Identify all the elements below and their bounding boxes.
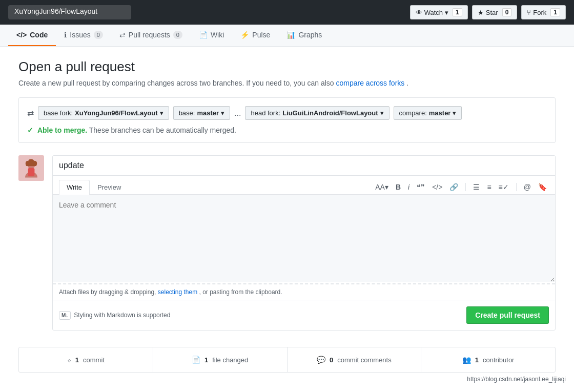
chevron-down-icon: ▾ — [445, 9, 448, 16]
base-branch-chevron: ▾ — [221, 109, 224, 117]
base-fork-label: base fork: — [44, 109, 73, 117]
issues-badge: 0 — [94, 31, 103, 39]
tab-pull-requests[interactable]: ⇄ Pull requests 0 — [111, 25, 191, 46]
compare-ellipsis: ... — [234, 109, 241, 118]
subtitle-static: Create a new pull request by comparing c… — [18, 79, 244, 87]
base-fork-select[interactable]: base fork: XuYongJun96/FlowLayout ▾ — [38, 106, 169, 120]
tab-code[interactable]: </> Code — [8, 25, 56, 46]
markdown-icon: M↓ — [59, 311, 71, 320]
commit-icon: ⬦ — [67, 356, 71, 364]
base-branch-label: base: — [179, 109, 195, 117]
page-title: Open a pull request — [18, 59, 556, 75]
wiki-icon: 📄 — [199, 31, 208, 39]
pr-icon: ⇄ — [119, 31, 126, 39]
contributors-icon: 👥 — [462, 356, 471, 364]
contributors-label: contributor — [483, 356, 514, 364]
link-icon[interactable]: 🔗 — [447, 182, 460, 192]
comment-textarea[interactable] — [53, 195, 555, 282]
create-pr-button[interactable]: Create pull request — [466, 306, 549, 324]
fork-label: Fork — [533, 9, 546, 16]
compare-box: ⇄ base fork: XuYongJun96/FlowLayout ▾ ba… — [18, 97, 556, 143]
mention-icon[interactable]: @ — [522, 182, 533, 192]
form-footer: M↓ Styling with Markdown is supported Cr… — [53, 300, 555, 330]
file-icon: 📄 — [192, 356, 200, 364]
base-fork-value: XuYongJun96/FlowLayout — [75, 109, 158, 117]
attach-area: Attach files by dragging & dropping, sel… — [53, 283, 555, 300]
fork-button[interactable]: ⑂ Fork 1 — [521, 5, 566, 19]
stats-bar: ⬦ 1 commit 📄 1 file changed 💬 0 commit c… — [18, 347, 556, 373]
write-tab[interactable]: Write — [59, 180, 90, 195]
tab-code-label: Code — [30, 31, 48, 39]
unordered-list-icon[interactable]: ☰ — [471, 182, 482, 192]
tab-issues-label: Issues — [70, 31, 90, 39]
compare-branch-select[interactable]: compare: master ▾ — [394, 106, 462, 120]
toolbar-icons: AA▾ B i ❝❞ </> 🔗 ☰ ≡ ≡✓ @ 🔖 — [373, 182, 549, 192]
commits-stat: ⬦ 1 commit — [19, 347, 153, 372]
bookmark-icon[interactable]: 🔖 — [536, 182, 549, 192]
pr-badge: 0 — [173, 31, 182, 39]
comments-count: 0 — [330, 356, 333, 364]
bold-icon[interactable]: B — [394, 182, 403, 192]
graphs-icon: 📊 — [286, 31, 295, 39]
code-icon: </> — [16, 31, 27, 39]
attach-text2: , or pasting from the clipboard. — [199, 288, 282, 296]
star-button[interactable]: ★ Star 0 — [472, 5, 518, 19]
files-count: 1 — [204, 356, 208, 364]
files-stat: 📄 1 file changed — [153, 347, 288, 372]
watch-label: Watch — [424, 9, 443, 16]
attach-select-link[interactable]: selecting them — [158, 288, 197, 296]
font-size-icon[interactable]: AA▾ — [373, 182, 391, 192]
commits-label: commit — [83, 356, 105, 364]
head-fork-select[interactable]: head fork: LiuGuiLinAndroid/FlowLayout ▾ — [245, 106, 389, 120]
base-branch-select[interactable]: base: master ▾ — [173, 106, 230, 120]
preview-tab[interactable]: Preview — [90, 180, 129, 194]
contributors-count: 1 — [475, 356, 479, 364]
ordered-list-icon[interactable]: ≡ — [485, 182, 493, 192]
head-fork-label: head fork: — [251, 109, 280, 117]
italic-icon[interactable]: i — [406, 182, 412, 192]
issues-icon: ℹ — [64, 31, 67, 39]
comment-icon: 💬 — [317, 356, 325, 364]
page-subtitle: Create a new pull request by comparing c… — [18, 79, 556, 87]
star-count: 0 — [502, 8, 512, 16]
toolbar-separator-2 — [516, 183, 517, 191]
pulse-icon: ⚡ — [240, 31, 249, 39]
tab-graphs-label: Graphs — [298, 31, 322, 39]
markdown-hint: M↓ Styling with Markdown is supported — [59, 311, 170, 320]
tab-graphs[interactable]: 📊 Graphs — [278, 25, 330, 46]
toolbar-separator — [465, 183, 466, 191]
compare-forks-link[interactable]: compare across forks — [336, 79, 404, 87]
comments-stat: 💬 0 commit comments — [288, 347, 422, 372]
tab-pr-label: Pull requests — [129, 31, 170, 39]
markdown-label: Styling with Markdown is supported — [74, 312, 170, 319]
tab-issues[interactable]: ℹ Issues 0 — [56, 25, 111, 46]
base-fork-chevron: ▾ — [160, 109, 163, 117]
watch-count: 1 — [453, 8, 462, 16]
pr-title-input[interactable] — [53, 156, 555, 176]
compare-branch-value: master — [429, 109, 451, 117]
compare-branch-label: compare: — [399, 109, 427, 117]
attach-text1: Attach files by dragging & dropping, — [59, 288, 156, 296]
code-inline-icon[interactable]: </> — [430, 182, 444, 192]
top-actions: 👁 Watch ▾ 1 ★ Star 0 ⑂ Fork 1 — [410, 5, 566, 19]
base-branch-value: master — [197, 109, 219, 117]
tab-pulse[interactable]: ⚡ Pulse — [232, 25, 278, 46]
task-list-icon[interactable]: ≡✓ — [497, 182, 511, 192]
watch-button[interactable]: 👁 Watch ▾ 1 — [410, 5, 468, 19]
repo-title: XuYongJun96/FlowLayout — [8, 5, 131, 19]
contributors-stat: 👥 1 contributor — [421, 347, 555, 372]
merge-able-text: Able to merge. — [37, 126, 87, 134]
pr-form: Write Preview AA▾ B i ❝❞ </> 🔗 ☰ ≡ ≡✓ @ — [18, 155, 556, 331]
commits-count: 1 — [75, 356, 79, 364]
tab-wiki[interactable]: 📄 Wiki — [191, 25, 232, 46]
fork-icon: ⑂ — [527, 9, 531, 16]
files-label: file changed — [212, 356, 248, 364]
comments-label: commit comments — [337, 356, 391, 364]
merge-msg-text: These branches can be automatically merg… — [89, 126, 236, 134]
head-fork-value: LiuGuiLinAndroid/FlowLayout — [282, 109, 378, 117]
nav-tabs: </> Code ℹ Issues 0 ⇄ Pull requests 0 📄 … — [0, 25, 574, 47]
star-label: Star — [486, 9, 498, 16]
quote-icon[interactable]: ❝❞ — [415, 182, 427, 192]
head-fork-chevron: ▾ — [380, 109, 384, 117]
star-icon: ★ — [478, 9, 484, 16]
